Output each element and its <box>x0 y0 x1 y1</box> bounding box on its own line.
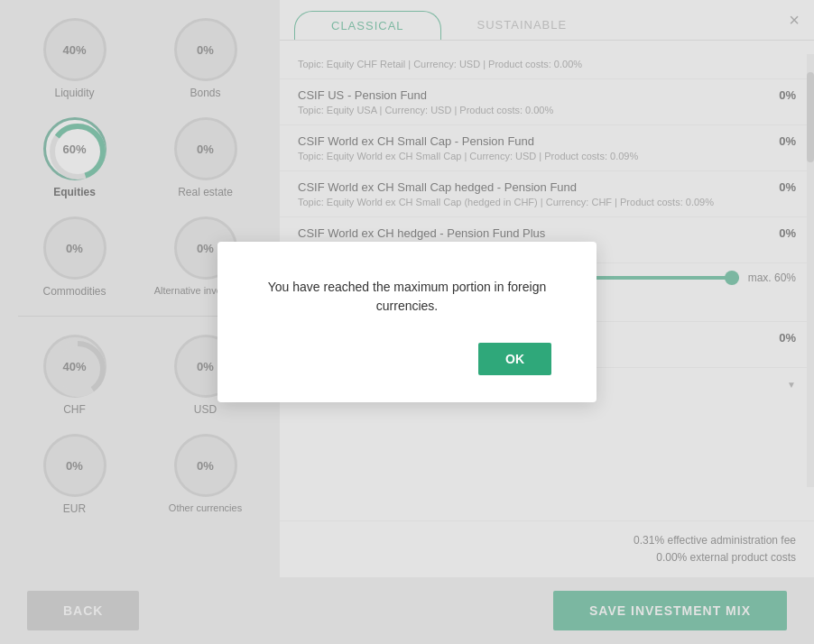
modal-ok-button[interactable]: OK <box>478 343 551 375</box>
modal-actions: OK <box>263 343 551 375</box>
modal-dialog: You have reached the maximum portion in … <box>217 242 597 402</box>
modal-overlay: You have reached the maximum portion in … <box>0 0 814 644</box>
modal-message: You have reached the maximum portion in … <box>263 278 551 316</box>
